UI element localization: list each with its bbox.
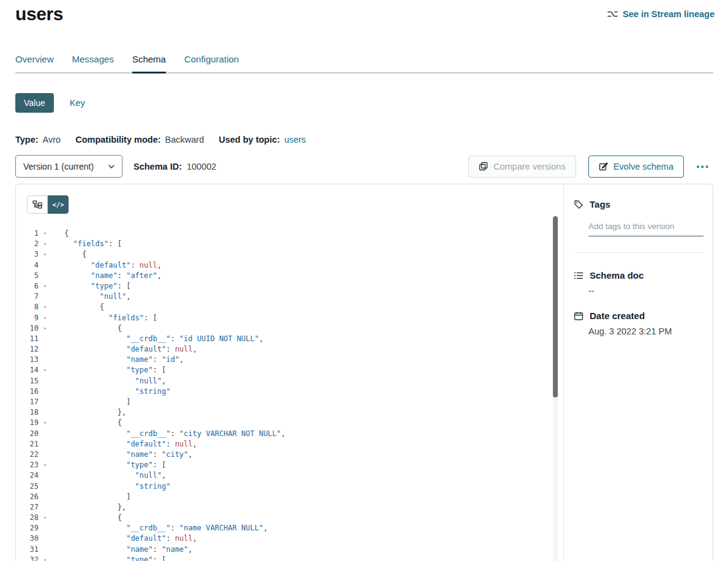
code-text: "default": null, [64,344,197,355]
code-line: 14▾ "type": [ [16,365,555,375]
fold-spacer [39,260,51,271]
code-text: "__crdb__": "city VARCHAR NOT NULL", [64,429,285,439]
fold-toggle-icon[interactable]: ▾ [39,249,51,260]
line-number: 31 [16,544,39,555]
tab-configuration[interactable]: Configuration [184,54,239,72]
code-line: 13 "name": "id", [16,355,555,365]
code-line: 12 "default": null, [16,344,555,355]
code-text: "null", [64,292,130,302]
line-number: 6 [16,281,39,292]
fold-toggle-icon[interactable]: ▾ [39,281,51,292]
compare-versions-label: Compare versions [493,162,566,171]
tab-overview[interactable]: Overview [15,54,54,72]
stream-lineage-link[interactable]: See in Stream lineage [607,9,715,19]
fold-toggle-icon[interactable]: ▾ [39,555,51,561]
code-text: { [64,323,122,334]
schema-id-label: Schema ID: [133,162,182,171]
code-line: 4 "default": null, [16,260,555,271]
code-line: 1▾{ [16,228,555,239]
fold-toggle-icon[interactable]: ▾ [39,365,51,375]
add-tags-input[interactable] [588,219,704,236]
more-options-button[interactable]: ⋯ [691,156,713,178]
code-text: "type": [ [64,460,166,470]
code-line: 11 "__crdb__": "id UUID NOT NULL", [16,334,555,344]
fold-toggle-icon[interactable]: ▾ [39,460,51,470]
page-title: users [15,4,63,24]
tab-schema[interactable]: Schema [132,54,166,72]
editor-scrollbar-thumb[interactable] [553,216,558,397]
code-text: "name": "id", [64,355,184,365]
evolve-schema-icon [599,162,608,171]
line-number: 8 [16,302,39,312]
code-line: 8▾ { [16,302,555,312]
code-line: 5 "name": "after", [16,271,555,281]
code-line: 16 "string" [16,386,555,397]
fold-toggle-icon[interactable]: ▾ [39,313,51,323]
code-line: 2▾ "fields": [ [16,239,555,249]
fold-spacer [39,470,51,481]
code-line: 32▾ "type": [ [16,555,555,561]
compare-versions-button[interactable]: Compare versions [468,156,576,178]
code-line: 20 "__crdb__": "city VARCHAR NOT NULL", [16,429,555,439]
fold-spacer [39,334,51,344]
fold-spacer [39,481,51,492]
line-number: 15 [16,376,39,386]
code-text: { [64,418,122,428]
version-select[interactable]: Version 1 (current) [15,155,122,178]
code-text: "default": null, [64,260,162,271]
code-line: 21 "default": null, [16,439,555,450]
fold-spacer [39,533,51,544]
code-text: "name": "city", [64,450,193,460]
fold-spacer [39,492,51,502]
schema-page: users See in Stream lineage Overview Mes… [0,0,728,561]
line-number: 2 [16,239,39,249]
value-toggle-button[interactable]: Value [15,93,54,113]
code-text: { [64,513,122,523]
key-toggle-button[interactable]: Key [70,98,85,108]
schema-doc-value: -- [588,286,713,296]
tree-view-icon [32,200,42,209]
line-number: 9 [16,313,39,323]
code-line: 27 }, [16,502,555,513]
fold-toggle-icon[interactable]: ▾ [39,302,51,312]
code-area: 1▾{2▾ "fields": [3▾ {4 "default": null,5… [16,228,555,561]
line-number: 10 [16,323,39,334]
fold-toggle-icon[interactable]: ▾ [39,323,51,334]
line-number: 30 [16,533,39,544]
sidebar-divider [574,252,704,253]
line-number: 16 [16,386,39,397]
fold-toggle-icon[interactable]: ▾ [39,228,51,239]
fold-spacer [39,407,51,418]
code-lines: 1▾{2▾ "fields": [3▾ {4 "default": null,5… [16,228,555,561]
evolve-schema-button[interactable]: Evolve schema [588,156,684,178]
line-number: 22 [16,450,39,460]
tab-bar: Overview Messages Schema Configuration [15,54,713,73]
code-line: 31 "name": "name", [16,544,555,555]
line-number: 26 [16,492,39,502]
line-number: 12 [16,344,39,355]
code-view-button[interactable]: </> [48,195,69,214]
fold-toggle-icon[interactable]: ▾ [39,239,51,249]
editor-scrollbar-track[interactable] [553,216,558,561]
tree-view-button[interactable] [27,195,48,214]
line-number: 17 [16,397,39,407]
tab-messages[interactable]: Messages [72,54,114,72]
line-number: 20 [16,429,39,439]
fold-toggle-icon[interactable]: ▾ [39,418,51,428]
code-text: "__crdb__": "id UUID NOT NULL", [64,334,263,344]
code-line: 28▾ { [16,513,555,523]
compare-versions-icon [479,162,488,171]
schema-id: Schema ID: 100002 [133,162,216,171]
line-number: 18 [16,407,39,418]
chevron-down-icon [108,165,114,168]
schema-doc-header: Schema doc [574,270,713,280]
topic-link[interactable]: users [284,135,306,145]
code-text: { [64,228,69,239]
code-text: "name": "name", [64,544,193,555]
schema-doc-title: Schema doc [590,270,644,280]
fold-toggle-icon[interactable]: ▾ [39,513,51,523]
schema-panel: </> 1▾{2▾ "fields": [3▾ {4 "default": nu… [15,184,713,561]
calendar-icon [574,311,584,321]
stream-lineage-icon [607,10,618,18]
line-number: 27 [16,502,39,513]
